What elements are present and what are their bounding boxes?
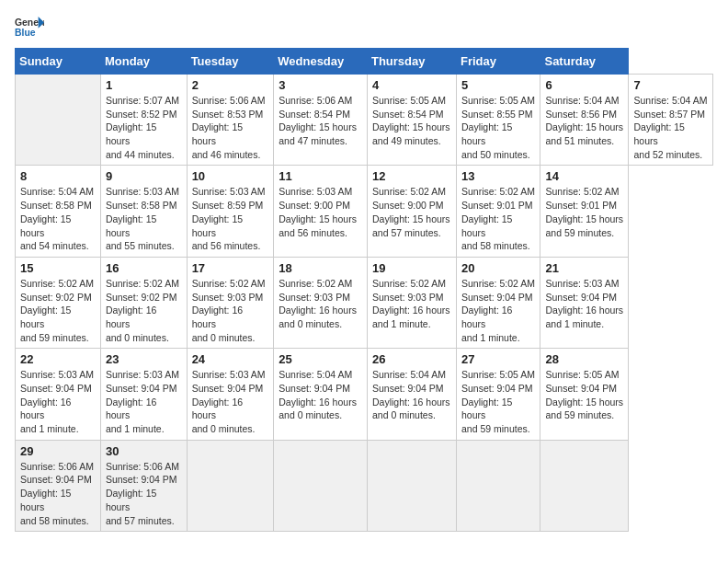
day-number: 28 xyxy=(545,352,623,366)
svg-text:Blue: Blue xyxy=(15,28,36,38)
calendar-day-cell: 23Sunrise: 5:03 AMSunset: 9:04 PMDayligh… xyxy=(100,349,187,440)
day-number: 25 xyxy=(279,352,362,366)
day-number: 20 xyxy=(461,261,535,275)
day-number: 26 xyxy=(372,352,451,366)
calendar-day-cell xyxy=(274,440,368,531)
day-info: Sunrise: 5:03 AMSunset: 9:04 PMDaylight:… xyxy=(545,277,623,331)
day-info: Sunrise: 5:04 AMSunset: 9:04 PMDaylight:… xyxy=(279,368,362,422)
day-info: Sunrise: 5:03 AMSunset: 9:00 PMDaylight:… xyxy=(279,185,362,239)
calendar-day-cell: 12Sunrise: 5:02 AMSunset: 9:00 PMDayligh… xyxy=(367,166,456,257)
weekday-header-friday: Friday xyxy=(456,49,540,75)
calendar-day-cell xyxy=(187,440,274,531)
calendar-table: SundayMondayTuesdayWednesdayThursdayFrid… xyxy=(15,48,713,532)
calendar-day-cell: 17Sunrise: 5:02 AMSunset: 9:03 PMDayligh… xyxy=(187,257,274,348)
weekday-header-sunday: Sunday xyxy=(16,49,101,75)
calendar-day-cell: 3Sunrise: 5:06 AMSunset: 8:54 PMDaylight… xyxy=(274,75,368,166)
calendar-day-cell: 22Sunrise: 5:03 AMSunset: 9:04 PMDayligh… xyxy=(16,349,101,440)
day-number: 4 xyxy=(372,78,451,92)
weekday-header-wednesday: Wednesday xyxy=(274,49,368,75)
day-number: 29 xyxy=(20,444,96,458)
day-info: Sunrise: 5:05 AMSunset: 9:04 PMDaylight:… xyxy=(545,368,623,422)
day-number: 19 xyxy=(372,261,451,275)
calendar-header-row: SundayMondayTuesdayWednesdayThursdayFrid… xyxy=(16,49,713,75)
calendar-day-cell xyxy=(16,75,101,166)
day-number: 3 xyxy=(279,78,362,92)
day-info: Sunrise: 5:03 AMSunset: 8:59 PMDaylight:… xyxy=(192,185,269,252)
calendar-day-cell: 8Sunrise: 5:04 AMSunset: 8:58 PMDaylight… xyxy=(16,166,101,257)
day-info: Sunrise: 5:02 AMSunset: 9:03 PMDaylight:… xyxy=(279,277,362,331)
calendar-day-cell: 1Sunrise: 5:07 AMSunset: 8:52 PMDaylight… xyxy=(100,75,187,166)
calendar-day-cell: 20Sunrise: 5:02 AMSunset: 9:04 PMDayligh… xyxy=(456,257,540,348)
day-number: 24 xyxy=(192,352,269,366)
calendar-day-cell: 28Sunrise: 5:05 AMSunset: 9:04 PMDayligh… xyxy=(540,349,629,440)
calendar-day-cell: 16Sunrise: 5:02 AMSunset: 9:02 PMDayligh… xyxy=(100,257,187,348)
calendar-day-cell: 11Sunrise: 5:03 AMSunset: 9:00 PMDayligh… xyxy=(274,166,368,257)
day-info: Sunrise: 5:04 AMSunset: 8:56 PMDaylight:… xyxy=(545,94,623,148)
calendar-day-cell: 2Sunrise: 5:06 AMSunset: 8:53 PMDaylight… xyxy=(187,75,274,166)
calendar-day-cell: 18Sunrise: 5:02 AMSunset: 9:03 PMDayligh… xyxy=(274,257,368,348)
calendar-day-cell: 6Sunrise: 5:04 AMSunset: 8:56 PMDaylight… xyxy=(540,75,629,166)
day-number: 11 xyxy=(279,169,362,183)
calendar-week-row: 8Sunrise: 5:04 AMSunset: 8:58 PMDaylight… xyxy=(16,166,713,257)
day-info: Sunrise: 5:03 AMSunset: 8:58 PMDaylight:… xyxy=(106,185,182,252)
calendar-day-cell: 10Sunrise: 5:03 AMSunset: 8:59 PMDayligh… xyxy=(187,166,274,257)
calendar-day-cell: 4Sunrise: 5:05 AMSunset: 8:54 PMDaylight… xyxy=(367,75,456,166)
day-info: Sunrise: 5:05 AMSunset: 8:55 PMDaylight:… xyxy=(461,94,535,161)
day-number: 9 xyxy=(106,169,182,183)
day-number: 30 xyxy=(106,444,182,458)
day-number: 13 xyxy=(461,169,535,183)
day-number: 2 xyxy=(192,78,269,92)
calendar-day-cell: 26Sunrise: 5:04 AMSunset: 9:04 PMDayligh… xyxy=(367,349,456,440)
day-info: Sunrise: 5:06 AMSunset: 9:04 PMDaylight:… xyxy=(20,460,96,527)
day-info: Sunrise: 5:02 AMSunset: 9:00 PMDaylight:… xyxy=(372,185,451,239)
calendar-body: 1Sunrise: 5:07 AMSunset: 8:52 PMDaylight… xyxy=(16,75,713,532)
day-number: 16 xyxy=(106,261,182,275)
calendar-day-cell: 25Sunrise: 5:04 AMSunset: 9:04 PMDayligh… xyxy=(274,349,368,440)
weekday-header-saturday: Saturday xyxy=(540,49,629,75)
day-info: Sunrise: 5:04 AMSunset: 8:57 PMDaylight:… xyxy=(633,94,708,161)
calendar-week-row: 1Sunrise: 5:07 AMSunset: 8:52 PMDaylight… xyxy=(16,75,713,166)
day-info: Sunrise: 5:03 AMSunset: 9:04 PMDaylight:… xyxy=(192,368,269,435)
day-info: Sunrise: 5:05 AMSunset: 9:04 PMDaylight:… xyxy=(461,368,535,435)
logo-icon: General Blue xyxy=(15,15,44,40)
day-info: Sunrise: 5:04 AMSunset: 8:58 PMDaylight:… xyxy=(20,185,96,252)
day-number: 1 xyxy=(106,78,182,92)
day-info: Sunrise: 5:02 AMSunset: 9:01 PMDaylight:… xyxy=(461,185,535,252)
calendar-day-cell: 19Sunrise: 5:02 AMSunset: 9:03 PMDayligh… xyxy=(367,257,456,348)
calendar-week-row: 22Sunrise: 5:03 AMSunset: 9:04 PMDayligh… xyxy=(16,349,713,440)
calendar-day-cell: 29Sunrise: 5:06 AMSunset: 9:04 PMDayligh… xyxy=(16,440,101,531)
day-info: Sunrise: 5:06 AMSunset: 9:04 PMDaylight:… xyxy=(106,460,182,527)
calendar-day-cell xyxy=(456,440,540,531)
day-number: 15 xyxy=(20,261,96,275)
day-info: Sunrise: 5:02 AMSunset: 9:02 PMDaylight:… xyxy=(106,277,182,344)
day-info: Sunrise: 5:05 AMSunset: 8:54 PMDaylight:… xyxy=(372,94,451,148)
calendar-day-cell: 13Sunrise: 5:02 AMSunset: 9:01 PMDayligh… xyxy=(456,166,540,257)
day-info: Sunrise: 5:02 AMSunset: 9:04 PMDaylight:… xyxy=(461,277,535,344)
day-info: Sunrise: 5:04 AMSunset: 9:04 PMDaylight:… xyxy=(372,368,451,422)
calendar-day-cell: 30Sunrise: 5:06 AMSunset: 9:04 PMDayligh… xyxy=(100,440,187,531)
day-number: 18 xyxy=(279,261,362,275)
calendar-day-cell xyxy=(540,440,629,531)
day-info: Sunrise: 5:02 AMSunset: 9:03 PMDaylight:… xyxy=(372,277,451,331)
calendar-day-cell: 7Sunrise: 5:04 AMSunset: 8:57 PMDaylight… xyxy=(629,75,713,166)
day-info: Sunrise: 5:03 AMSunset: 9:04 PMDaylight:… xyxy=(106,368,182,435)
day-info: Sunrise: 5:06 AMSunset: 8:54 PMDaylight:… xyxy=(279,94,362,148)
calendar-day-cell: 27Sunrise: 5:05 AMSunset: 9:04 PMDayligh… xyxy=(456,349,540,440)
calendar-day-cell: 15Sunrise: 5:02 AMSunset: 9:02 PMDayligh… xyxy=(16,257,101,348)
day-number: 21 xyxy=(545,261,623,275)
weekday-header-tuesday: Tuesday xyxy=(187,49,274,75)
day-info: Sunrise: 5:07 AMSunset: 8:52 PMDaylight:… xyxy=(106,94,182,161)
calendar-week-row: 29Sunrise: 5:06 AMSunset: 9:04 PMDayligh… xyxy=(16,440,713,531)
day-number: 7 xyxy=(633,78,708,92)
calendar-day-cell: 14Sunrise: 5:02 AMSunset: 9:01 PMDayligh… xyxy=(540,166,629,257)
day-number: 10 xyxy=(192,169,269,183)
logo: General Blue xyxy=(15,15,44,40)
calendar-day-cell: 5Sunrise: 5:05 AMSunset: 8:55 PMDaylight… xyxy=(456,75,540,166)
day-number: 14 xyxy=(545,169,623,183)
calendar-day-cell xyxy=(367,440,456,531)
day-info: Sunrise: 5:03 AMSunset: 9:04 PMDaylight:… xyxy=(20,368,96,435)
day-info: Sunrise: 5:02 AMSunset: 9:03 PMDaylight:… xyxy=(192,277,269,344)
page-header: General Blue xyxy=(15,15,713,40)
weekday-header-monday: Monday xyxy=(100,49,187,75)
day-number: 27 xyxy=(461,352,535,366)
